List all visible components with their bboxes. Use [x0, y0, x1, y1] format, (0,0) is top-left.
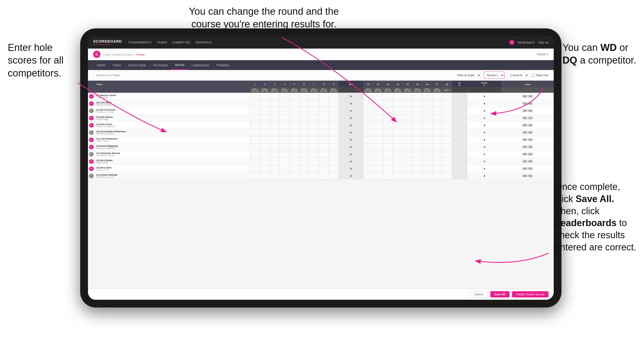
score-hole-15[interactable]	[412, 93, 422, 100]
score-input-hole-3[interactable]	[270, 151, 279, 158]
score-hole-2[interactable]	[260, 172, 270, 180]
score-hole-18[interactable]	[442, 151, 452, 158]
score-input-hole-12[interactable]	[383, 129, 393, 136]
score-input-hole-4[interactable]	[280, 114, 289, 121]
score-input-hole-7[interactable]	[309, 107, 319, 114]
score-input-hole-14[interactable]	[403, 151, 412, 158]
score-hole-7[interactable]	[309, 114, 319, 122]
score-hole-18[interactable]	[442, 136, 452, 143]
wd-button[interactable]: WD	[522, 153, 528, 156]
score-input-hole-13[interactable]	[393, 100, 403, 107]
score-input-hole-16[interactable]	[423, 165, 432, 172]
score-input-hole-1[interactable]	[250, 107, 260, 114]
dq-button[interactable]: DQ	[528, 174, 533, 177]
score-hole-16[interactable]	[422, 93, 432, 100]
score-hole-13[interactable]	[393, 172, 403, 180]
score-input-hole-1[interactable]	[250, 100, 260, 107]
score-hole-5[interactable]	[289, 129, 299, 136]
score-input-hole-4[interactable]	[280, 143, 289, 150]
totals-only-check[interactable]	[531, 74, 535, 77]
score-input-hole-16[interactable]	[423, 136, 432, 143]
dq-button[interactable]: DQ	[528, 131, 533, 134]
score-input-hole-15[interactable]	[413, 158, 422, 165]
score-input-hole-18[interactable]	[442, 122, 452, 129]
score-input-hole-18[interactable]	[442, 165, 452, 172]
score-hole-10[interactable]	[363, 122, 373, 129]
score-hole-4[interactable]	[279, 129, 289, 136]
score-input-hole-2[interactable]	[260, 122, 270, 129]
score-input-hole-5[interactable]	[290, 129, 299, 136]
score-input-hole-17[interactable]	[432, 151, 442, 158]
score-input-hole-15[interactable]	[413, 165, 422, 172]
score-hole-7[interactable]	[309, 158, 319, 165]
score-input-hole-16[interactable]	[423, 151, 432, 158]
score-input-hole-7[interactable]	[309, 100, 319, 107]
tab-printables[interactable]: Printables	[213, 60, 233, 70]
score-input-hole-7[interactable]	[309, 165, 319, 172]
tab-tee-groups[interactable]: Tee Groups	[149, 60, 171, 70]
score-hole-6[interactable]	[299, 136, 309, 143]
score-input-hole-12[interactable]	[383, 93, 393, 100]
score-input-hole-13[interactable]	[393, 165, 403, 172]
nav-link-teams[interactable]: TEAMS	[157, 41, 167, 44]
score-input-hole-7[interactable]	[309, 93, 319, 100]
score-input-hole-9[interactable]	[329, 172, 338, 179]
score-input-hole-6[interactable]	[299, 129, 309, 136]
score-hole-7[interactable]	[309, 107, 319, 114]
score-input-hole-17[interactable]	[432, 172, 442, 179]
save-all-button[interactable]: Save All	[490, 291, 509, 297]
score-hole-16[interactable]	[422, 165, 432, 172]
score-hole-17[interactable]	[432, 158, 442, 165]
score-input-hole-1[interactable]	[250, 114, 260, 121]
score-hole-15[interactable]	[412, 151, 422, 158]
score-input-hole-11[interactable]	[373, 165, 383, 172]
score-input-hole-5[interactable]	[290, 151, 299, 158]
score-input-hole-3[interactable]	[270, 129, 279, 136]
score-hole-1[interactable]	[250, 136, 260, 143]
score-input-hole-13[interactable]	[393, 136, 403, 143]
score-input-hole-8[interactable]	[319, 114, 329, 121]
score-input-hole-2[interactable]	[260, 93, 270, 100]
score-hole-11[interactable]	[373, 107, 383, 114]
score-hole-8[interactable]	[319, 158, 329, 165]
score-input-hole-8[interactable]	[319, 122, 329, 129]
score-hole-5[interactable]	[289, 165, 299, 172]
score-input-hole-4[interactable]	[280, 165, 289, 172]
score-input-hole-10[interactable]	[364, 107, 373, 114]
score-hole-14[interactable]	[403, 100, 412, 107]
score-input-hole-4[interactable]	[280, 172, 289, 179]
score-input-hole-10[interactable]	[364, 151, 373, 158]
score-hole-8[interactable]	[319, 100, 329, 107]
cancel-footer-button[interactable]: Cancel	[470, 291, 488, 298]
score-hole-15[interactable]	[412, 114, 422, 122]
score-input-hole-6[interactable]	[299, 172, 309, 179]
score-input-hole-16[interactable]	[423, 107, 432, 114]
score-hole-14[interactable]	[403, 136, 412, 143]
score-hole-16[interactable]	[422, 122, 432, 129]
score-hole-1[interactable]	[250, 172, 260, 180]
score-input-hole-18[interactable]	[442, 136, 452, 143]
score-input-hole-17[interactable]	[432, 93, 442, 100]
score-input-hole-14[interactable]	[403, 93, 412, 100]
score-input-hole-18[interactable]	[442, 100, 452, 107]
wd-button[interactable]: WD	[522, 167, 528, 170]
score-input-hole-1[interactable]	[250, 93, 260, 100]
nav-link-rankings[interactable]: RANKINGS	[196, 41, 211, 44]
score-hole-16[interactable]	[422, 114, 432, 122]
score-hole-14[interactable]	[403, 122, 412, 129]
score-hole-8[interactable]	[319, 172, 329, 180]
score-hole-18[interactable]	[442, 143, 452, 151]
score-input-hole-2[interactable]	[260, 129, 270, 136]
score-hole-1[interactable]	[250, 114, 260, 122]
score-hole-14[interactable]	[403, 129, 412, 136]
score-input-hole-13[interactable]	[393, 93, 403, 100]
score-input-hole-9[interactable]	[329, 107, 338, 114]
score-input-hole-2[interactable]	[260, 100, 270, 107]
score-input-hole-4[interactable]	[280, 129, 289, 136]
wd-button[interactable]: WD	[522, 109, 528, 112]
score-input-hole-15[interactable]	[413, 100, 422, 107]
score-hole-4[interactable]	[279, 143, 289, 151]
score-hole-18[interactable]	[442, 172, 452, 180]
score-input-hole-7[interactable]	[309, 114, 319, 121]
score-hole-10[interactable]	[363, 100, 373, 107]
